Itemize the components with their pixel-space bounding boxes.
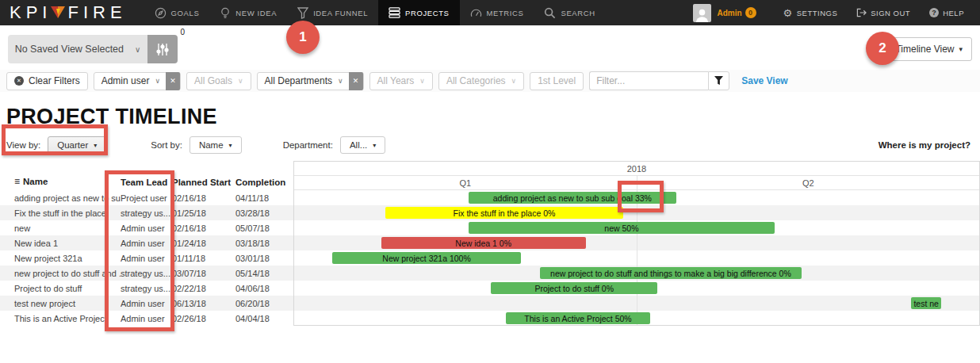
- filter-chip-departments[interactable]: All Departments ∨ ✕: [257, 72, 364, 90]
- where-is-my-project-link[interactable]: Where is my project?: [879, 140, 970, 150]
- user-name[interactable]: Admin: [717, 9, 741, 17]
- gantt-bar[interactable]: This is an Active Project 50%: [506, 312, 649, 324]
- person-icon: [695, 7, 710, 22]
- nav-label: METRICS: [487, 9, 524, 17]
- logo-text-kpi: KPI: [10, 2, 52, 23]
- project-name-cell[interactable]: new project to do stuff and ...: [0, 269, 121, 278]
- page-title: PROJECT TIMELINE: [6, 105, 980, 129]
- department-dropdown[interactable]: All... ▾: [340, 136, 385, 154]
- project-name-cell[interactable]: new: [0, 224, 121, 233]
- chevron-down-icon: ∨: [238, 77, 243, 85]
- nav-item-goals[interactable]: GOALS: [144, 0, 210, 25]
- column-header-completion[interactable]: Completion: [235, 178, 293, 187]
- table-row[interactable]: test new project Admin user 06/13/18 06/…: [0, 296, 980, 311]
- completion-cell: 05/07/18: [235, 224, 293, 233]
- save-view-link[interactable]: Save View: [741, 75, 788, 86]
- caret-down-icon: ▾: [94, 142, 97, 149]
- level-button[interactable]: 1st Level: [530, 72, 584, 90]
- completion-cell: 03/01/18: [235, 254, 293, 263]
- table-row[interactable]: New idea 1 Admin user 01/24/18 03/18/18 …: [0, 235, 980, 250]
- timeline-view-button[interactable]: Timeline View ▾: [871, 37, 972, 61]
- lightbulb-icon: [220, 7, 231, 19]
- completion-cell: 04/11/18: [235, 193, 293, 203]
- nav-item-metrics[interactable]: METRICS: [460, 0, 534, 25]
- view-by-value: Quarter: [57, 140, 88, 150]
- table-row[interactable]: New project 321a Admin user 01/11/18 03/…: [0, 250, 980, 266]
- filter-chip-goals[interactable]: All Goals ∨: [186, 72, 251, 90]
- notification-badge[interactable]: 0: [745, 7, 756, 18]
- department-group: Department: All... ▾: [283, 136, 386, 154]
- sort-by-dropdown[interactable]: Name ▾: [189, 136, 242, 154]
- nav-item-idea-funnel[interactable]: IDEA FUNNEL: [287, 0, 378, 25]
- chevron-down-icon: ∨: [511, 77, 517, 85]
- team-lead-cell: Project user: [121, 193, 172, 203]
- project-rows: adding project as new to su... Project u…: [0, 190, 980, 326]
- filter-sliders-button[interactable]: [147, 35, 178, 63]
- view-toolbar: No Saved View Selected ∨ 0 Timeline View…: [0, 25, 980, 70]
- gantt-q2-label: Q2: [637, 176, 980, 189]
- table-row[interactable]: new Admin user 02/16/18 05/07/18 new 50%: [0, 220, 980, 235]
- completion-cell: 04/04/18: [235, 314, 293, 323]
- project-name-cell[interactable]: New project 321a: [0, 254, 121, 263]
- gantt-bar[interactable]: new 50%: [469, 222, 775, 234]
- table-row[interactable]: new project to do stuff and ... strategy…: [0, 266, 980, 281]
- project-name-cell[interactable]: adding project as new to su...: [0, 193, 121, 203]
- project-name-cell[interactable]: Fix the stuff in the place: [0, 208, 121, 218]
- view-by-dropdown[interactable]: Quarter ▾: [48, 136, 106, 154]
- nav-label: NEW IDEA: [235, 9, 277, 17]
- nav-item-settings[interactable]: ⚙ SETTINGS: [774, 8, 848, 18]
- gantt-bar[interactable]: New idea 1 0%: [381, 237, 586, 249]
- nav-label: PROJECTS: [405, 9, 449, 17]
- gantt-bar[interactable]: adding project as new to sub sub goal 33…: [469, 192, 677, 204]
- table-row[interactable]: Project to do stuff strategy us... 02/22…: [0, 281, 980, 296]
- clear-filters-button[interactable]: ✕ Clear Filters: [6, 72, 88, 90]
- column-header-planned-start[interactable]: Planned Start: [172, 178, 235, 187]
- gantt-bar[interactable]: Fix the stuff in the place 0%: [385, 207, 624, 219]
- gantt-bar[interactable]: new project to do stuff and things to ma…: [540, 267, 801, 279]
- apply-filter-button[interactable]: [708, 71, 729, 90]
- remove-filter-icon[interactable]: ✕: [349, 72, 363, 90]
- nav-item-projects[interactable]: PROJECTS: [378, 0, 459, 25]
- chevron-down-icon: ∨: [419, 77, 425, 85]
- remove-filter-icon[interactable]: ✕: [166, 72, 180, 90]
- funnel-icon: [297, 7, 308, 19]
- kpi-fire-logo[interactable]: KPI FIRE: [10, 0, 127, 25]
- planned-start-cell: 01/24/18: [172, 239, 235, 248]
- team-lead-cell: Admin user: [121, 299, 172, 308]
- filter-chip-categories[interactable]: All Categories ∨: [438, 72, 524, 90]
- project-name-cell[interactable]: New idea 1: [0, 239, 121, 248]
- nav-item-search[interactable]: SEARCH: [534, 0, 605, 25]
- timeline-controls: View by: Quarter ▾ Sort by: Name ▾ Depar…: [0, 131, 980, 161]
- gantt-row-cell: Fix the stuff in the place 0%: [293, 205, 980, 220]
- gantt-bar[interactable]: test ne: [911, 297, 941, 309]
- nav-item-help[interactable]: ? HELP: [920, 8, 974, 17]
- clear-icon: ✕: [14, 76, 24, 86]
- saved-view-select[interactable]: No Saved View Selected ∨: [8, 35, 147, 63]
- nav-item-sign-out[interactable]: SIGN OUT: [847, 8, 920, 17]
- table-row[interactable]: Fix the stuff in the place strategy us..…: [0, 205, 980, 220]
- table-row[interactable]: adding project as new to su... Project u…: [0, 190, 980, 205]
- filter-chip-user[interactable]: Admin user ∨ ✕: [94, 72, 181, 90]
- gantt-row-cell: New idea 1 0%: [293, 235, 980, 250]
- column-header-team-lead[interactable]: Team Lead: [121, 178, 172, 187]
- gantt-row-cell: Project to do stuff 0%: [293, 281, 980, 296]
- completion-cell: 05/14/18: [235, 269, 293, 278]
- gantt-bar[interactable]: New project 321a 100%: [332, 252, 522, 264]
- planned-start-cell: 02/26/18: [172, 314, 235, 323]
- project-name-cell[interactable]: test new project: [0, 299, 121, 308]
- project-name-cell[interactable]: This is an Active Project: [0, 314, 121, 323]
- project-name-cell[interactable]: Project to do stuff: [0, 284, 121, 293]
- nav-item-new-idea[interactable]: NEW IDEA: [209, 0, 287, 25]
- planned-start-cell: 03/07/18: [172, 269, 235, 278]
- column-header-name[interactable]: ≡Name: [0, 176, 121, 187]
- gantt-bar[interactable]: Project to do stuff 0%: [491, 282, 657, 294]
- table-row[interactable]: This is an Active Project Admin user 02/…: [0, 311, 980, 326]
- team-lead-cell: Admin user: [121, 224, 172, 233]
- planned-start-cell: 01/11/18: [172, 254, 235, 263]
- filter-input[interactable]: [589, 71, 708, 90]
- view-by-label: View by:: [6, 140, 40, 150]
- avatar[interactable]: [693, 4, 711, 22]
- planned-start-cell: 01/25/18: [172, 208, 235, 218]
- projects-list-icon: [389, 7, 400, 18]
- filter-chip-years[interactable]: All Years ∨: [369, 72, 433, 90]
